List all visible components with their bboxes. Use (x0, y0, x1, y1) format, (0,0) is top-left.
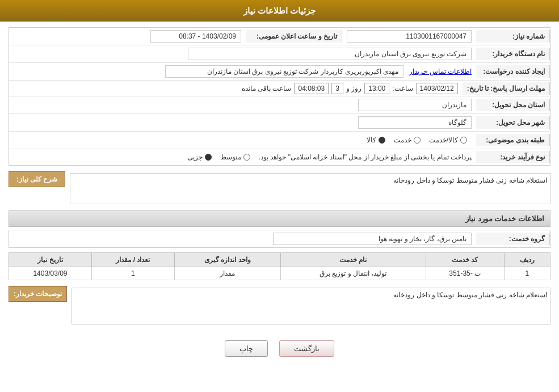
deadline-days-label: روز و (346, 85, 362, 92)
announcement-date-box: 1403/02/09 - 08:37 (150, 30, 241, 43)
print-button[interactable]: چاپ (225, 340, 268, 357)
category-option-khedmat[interactable]: خدمت (394, 136, 421, 144)
radio-kala (379, 137, 385, 144)
purchase-type-value: پرداخت تمام یا بخشی از مبلغ خریدار از مح… (9, 151, 476, 163)
province-label: استان محل تحویل: (476, 99, 550, 111)
service-group-value: تامین برق، گاز، بخار و تهویه هوا (9, 230, 476, 247)
buyer-org-box: شرکت توزیع نیروی برق استان مازندران (188, 48, 472, 60)
info-section: شماره نیاز: 1103001167000047 تاریخ و ساع… (9, 27, 550, 166)
deadline-remaining-label: ساعت باقی مانده (242, 85, 292, 92)
requester-box: مهدی اکبریوربریری کاربردار شرکت توزیع نی… (165, 65, 404, 78)
page-header: جزئیات اطلاعات نیاز (0, 0, 559, 22)
purchase-type-note: پرداخت تمام یا بخشی از مبلغ خریدار از مح… (259, 153, 472, 161)
page-container: جزئیات اطلاعات نیاز شماره نیاز: 11030011… (0, 0, 559, 392)
city-value: گلوگاه (9, 114, 476, 131)
category-option-kala[interactable]: کالا (367, 136, 385, 144)
buyer-description-wrapper: استعلام شاخه زنی فشار متوسط توسکا و داخل… (72, 286, 550, 326)
table-cell-4: 1 (91, 267, 174, 280)
province-box: مازندران (358, 99, 472, 111)
need-number-box: 1103001167000047 (347, 30, 472, 43)
deadline-time-label: ساعت: (392, 85, 413, 92)
need-description-text: استعلام شاخه زنی فشار متوسط توسکا و داخل… (393, 176, 547, 184)
need-description-box: استعلام شاخه زنی فشار متوسط توسکا و داخل… (70, 173, 550, 204)
province-value: مازندران (9, 96, 476, 113)
service-group-label: گروه خدمت: (476, 233, 550, 245)
need-number-label: شماره نیاز: (476, 30, 550, 43)
city-row: شهر محل تحویل: گلوگاه (9, 114, 550, 132)
province-row: استان محل تحویل: مازندران (9, 96, 550, 114)
purchase-type-label-jozi: جزیی (187, 153, 203, 161)
announcement-date-label: تاریخ و ساعت اعلان عمومی: (246, 30, 342, 43)
deadline-label: مهلت ارسال پاسخ: تا تاریخ: (463, 82, 550, 95)
radio-khedmat (414, 137, 421, 144)
category-label-kala: کالا (367, 136, 376, 144)
purchase-type-radio-group: متوسط جزیی (187, 153, 250, 161)
need-description-section: استعلام شاخه زنی فشار متوسط توسکا و داخل… (9, 171, 550, 206)
city-box: گلوگاه (358, 116, 472, 129)
need-number-value: 1103001167000047 (342, 28, 476, 45)
buyer-description-text: استعلام شاخه زنی فشار متوسط توسکا و داخل… (393, 291, 547, 299)
need-number-row: شماره نیاز: 1103001167000047 تاریخ و ساع… (9, 28, 550, 45)
col-quantity: تعداد / مقدار (91, 253, 174, 267)
deadline-row: مهلت ارسال پاسخ: تا تاریخ: 1403/02/12 سا… (9, 81, 550, 96)
requester-link[interactable]: اطلاعات تماس خریدار (409, 68, 472, 75)
col-service-name: نام خدمت (280, 253, 426, 267)
col-service-code: کد خدمت (426, 253, 504, 267)
radio-jozi (205, 154, 212, 161)
deadline-values: 1403/02/12 ساعت: 13:00 روز و 3 04:08:03 … (9, 81, 463, 96)
category-row: طبقه بندی موضوعی: کالا/خدمت خدمت (9, 132, 550, 149)
purchase-type-option-jozi[interactable]: جزیی (187, 153, 212, 161)
table-cell-2: تولید، انتقال و توزیع برق (280, 267, 426, 280)
table-cell-0: 1 (504, 267, 550, 280)
buyer-description-section: استعلام شاخه زنی فشار متوسط توسکا و داخل… (9, 286, 550, 326)
buyer-org-label: نام دستگاه خریدار: (476, 48, 550, 60)
main-content: شماره نیاز: 1103001167000047 تاریخ و ساع… (0, 22, 559, 371)
button-row: بازگشت چاپ (9, 332, 550, 365)
category-label-khedmat: خدمت (394, 136, 411, 144)
requester-label: ایجاد کننده درخواست: (476, 65, 550, 78)
table-cell-5: 1403/03/09 (9, 267, 92, 280)
table-cell-3: مقدار (174, 267, 280, 280)
purchase-type-row: نوع فرآیند خرید: پرداخت تمام یا بخشی از … (9, 149, 550, 165)
service-group-row: گروه خدمت: تامین برق، گاز، بخار و تهویه … (9, 230, 550, 248)
col-row-num: ردیف (504, 253, 550, 267)
services-section-title: اطلاعات خدمات مورد نیاز (9, 210, 550, 227)
deadline-remaining: 04:08:03 (294, 83, 329, 94)
category-label-kala-khedmat: کالا/خدمت (429, 136, 458, 144)
requester-value: اطلاعات تماس خریدار مهدی اکبریوربریری کا… (9, 63, 476, 80)
deadline-days: 3 (331, 83, 343, 94)
buyer-description-box: استعلام شاخه زنی فشار متوسط توسکا و داخل… (72, 288, 550, 324)
buyer-org-row: نام دستگاه خریدار: شرکت توزیع نیروی برق … (9, 45, 550, 63)
category-value: کالا/خدمت خدمت کالا (9, 132, 476, 149)
category-radio-group: کالا/خدمت خدمت کالا (14, 134, 472, 146)
page-title: جزئیات اطلاعات نیاز (243, 6, 316, 15)
announcement-date-value: 1403/02/09 - 08:37 (9, 28, 246, 45)
category-option-kala-khedmat[interactable]: کالا/خدمت (429, 136, 467, 144)
table-row: 1ت -35-351تولید، انتقال و توزیع برقمقدار… (9, 267, 550, 280)
col-unit: واحد اندازه گیری (174, 253, 280, 267)
deadline-time: 13:00 (364, 83, 389, 94)
purchase-type-option-motavasset[interactable]: متوسط (220, 153, 250, 161)
radio-kala-khedmat (460, 137, 467, 144)
table-cell-1: ت -35-351 (426, 267, 504, 280)
buyer-description-label: توصیحات خریدار: (9, 286, 67, 302)
radio-motavasset (243, 154, 250, 161)
services-table: ردیف کد خدمت نام خدمت واحد اندازه گیری ت… (9, 252, 550, 280)
table-header-row: ردیف کد خدمت نام خدمت واحد اندازه گیری ت… (9, 253, 550, 267)
deadline-date: 1403/02/12 (416, 83, 458, 94)
need-description-wrapper: استعلام شاخه زنی فشار متوسط توسکا و داخل… (70, 171, 550, 206)
service-group-box: تامین برق، گاز، بخار و تهویه هوا (273, 233, 472, 245)
buyer-org-value: شرکت توزیع نیروی برق استان مازندران (9, 45, 476, 62)
category-label: طبقه بندی موضوعی: (476, 134, 550, 146)
city-label: شهر محل تحویل: (476, 116, 550, 129)
col-date: تاریخ نیاز (9, 253, 92, 267)
back-button[interactable]: بازگشت (279, 340, 334, 357)
requester-row: ایجاد کننده درخواست: اطلاعات تماس خریدار… (9, 63, 550, 81)
need-description-label: شرح کلی نیاز: (9, 171, 65, 187)
purchase-type-label-motavasset: متوسط (220, 153, 241, 161)
purchase-type-label: نوع فرآیند خرید: (476, 151, 550, 163)
